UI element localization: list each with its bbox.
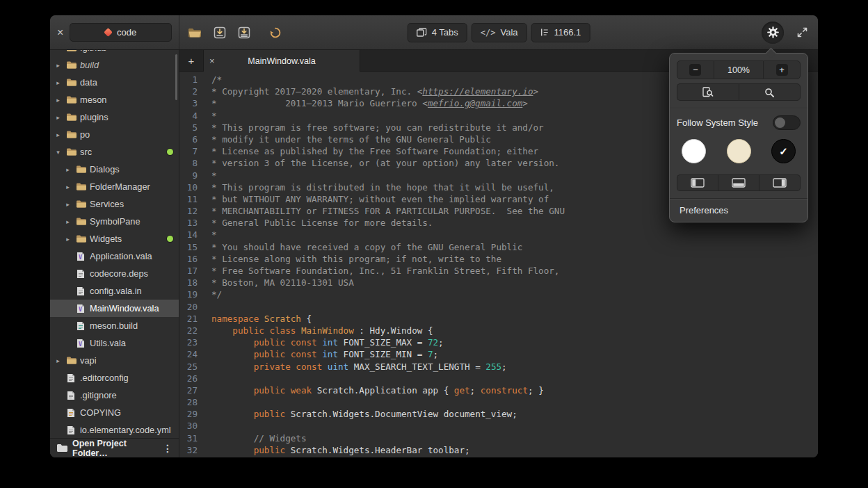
expander-icon[interactable]: ▸ — [54, 97, 62, 104]
tree-item-application-vala[interactable]: VApplication.vala — [50, 247, 179, 265]
layout-sidebar-left-button[interactable] — [677, 174, 718, 191]
open-project-folder-button[interactable]: Open Project Folder… ⋮ — [50, 438, 179, 457]
code-line[interactable]: 27 public weak Scratch.Application app {… — [179, 384, 818, 396]
tree-item-copying[interactable]: COPYING — [50, 404, 179, 421]
code-line[interactable]: 23 public const int FONT_SIZE_MAX = 72; — [179, 336, 818, 348]
tree-item--editorconfig[interactable]: .editorconfig — [50, 369, 179, 387]
window-close-button[interactable]: × — [57, 27, 63, 38]
code-line[interactable]: 30 — [179, 420, 818, 432]
code-line[interactable]: 17* Free Software Foundation, Inc., 51 F… — [179, 265, 818, 277]
tree-item-codecore-deps[interactable]: codecore.deps — [50, 265, 179, 282]
settings-menu-button[interactable] — [762, 22, 784, 44]
code-line[interactable]: 25 private const uint MAX_SEARCH_TEXT_LE… — [179, 361, 818, 373]
line-number: 14 — [179, 229, 205, 241]
expander-icon[interactable]: ▸ — [54, 114, 62, 121]
code-line[interactable]: 15* You should have received a copy of t… — [179, 241, 818, 253]
expander-icon[interactable]: ▸ — [54, 79, 62, 86]
line-number: 1 — [179, 74, 205, 86]
tree-item-dialogs[interactable]: ▸Dialogs — [50, 161, 179, 178]
line-column-icon — [540, 28, 549, 37]
expander-icon[interactable]: ▸ — [54, 131, 62, 138]
code-line[interactable]: 18* Boston, MA 02110-1301 USA — [179, 277, 818, 288]
headerbar[interactable]: × code — [50, 15, 818, 50]
expander-icon[interactable]: ▾ — [54, 149, 62, 156]
code-line[interactable]: 22 public class MainWindow : Hdy.Window … — [179, 325, 818, 336]
vcs-modified-badge — [167, 149, 173, 155]
tree-item-meson-build[interactable]: meson.build — [50, 317, 179, 334]
tree-item-data[interactable]: ▸data — [50, 74, 179, 91]
tree-item-po[interactable]: ▸po — [50, 126, 179, 143]
open-folder-icon[interactable] — [188, 27, 202, 38]
find-button[interactable] — [739, 83, 801, 101]
line-number: 31 — [179, 432, 205, 444]
expander-icon[interactable]: ▸ — [54, 50, 62, 51]
expander-icon[interactable]: ▸ — [64, 218, 72, 225]
line-number: 3 — [179, 97, 205, 109]
code-line[interactable]: 29 public Scratch.Widgets.DocumentView d… — [179, 408, 818, 420]
find-in-page-button[interactable] — [677, 83, 739, 101]
tree-item-vapi[interactable]: ▸vapi — [50, 352, 179, 369]
style-option-dark[interactable]: ✓ — [771, 139, 796, 163]
style-option-light[interactable] — [682, 139, 706, 163]
line-number: 28 — [179, 396, 205, 408]
goto-line-button[interactable]: 1166.1 — [531, 23, 590, 42]
code-text: // Widgets — [205, 432, 307, 444]
code-line[interactable]: 19*/ — [179, 288, 818, 300]
sidebar-menu-icon[interactable]: ⋮ — [163, 443, 172, 454]
layout-bottom-panel-button[interactable] — [718, 174, 760, 191]
expander-icon[interactable]: ▸ — [64, 236, 72, 243]
language-mode-button[interactable]: </> Vala — [472, 23, 527, 42]
tree-item--github[interactable]: ▸.github — [50, 50, 179, 56]
build-file-icon — [75, 320, 86, 332]
code-line[interactable]: 26 — [179, 373, 818, 384]
code-line[interactable]: 16* License along with this program; if … — [179, 253, 818, 265]
save-icon[interactable] — [214, 26, 226, 39]
tree-item-foldermanager[interactable]: ▸FolderManager — [50, 178, 179, 195]
zoom-out-icon: − — [689, 64, 701, 76]
code-line[interactable]: 31 // Widgets — [179, 432, 818, 444]
code-line[interactable]: 21namespace Scratch { — [179, 313, 818, 325]
tree-item-label: po — [80, 129, 173, 140]
expander-icon[interactable]: ▸ — [64, 166, 72, 173]
expander-icon[interactable]: ▸ — [64, 184, 72, 190]
save-as-icon[interactable] — [238, 26, 250, 39]
tree-item-symbolpane[interactable]: ▸SymbolPane — [50, 213, 179, 230]
tree-item-src[interactable]: ▾src — [50, 143, 179, 161]
sidebar-scrollbar[interactable] — [175, 54, 177, 100]
tree-item-services[interactable]: ▸Services — [50, 195, 179, 213]
follow-system-style-toggle[interactable] — [773, 115, 801, 130]
fullscreen-icon[interactable] — [796, 26, 808, 38]
preferences-menu-item[interactable]: Preferences — [670, 199, 807, 222]
tree-item-io-elementary-code-yml[interactable]: io.elementary.code.yml — [50, 421, 179, 438]
zoom-out-button[interactable]: − — [677, 60, 714, 79]
project-chooser-button[interactable]: code — [70, 23, 172, 42]
zoom-level[interactable]: 100% — [714, 60, 763, 79]
tab-close-icon[interactable]: × — [209, 56, 220, 66]
tree-item-meson[interactable]: ▸meson — [50, 91, 179, 108]
expander-icon[interactable]: ▸ — [54, 62, 62, 69]
tree-item-utils-vala[interactable]: VUtils.vala — [50, 334, 179, 352]
tree-item-widgets[interactable]: ▸Widgets — [50, 230, 179, 247]
tab-mainwindow-vala[interactable]: × MainWindow.vala — [203, 50, 360, 72]
tree-item-plugins[interactable]: ▸plugins — [50, 108, 179, 126]
tree-item-config-vala-in[interactable]: config.vala.in — [50, 282, 179, 300]
code-line[interactable]: 28 — [179, 396, 818, 408]
history-restore-icon[interactable] — [269, 26, 282, 39]
code-line[interactable]: 33 private Gtk.Revealer search_revealer; — [179, 456, 818, 457]
style-option-sepia[interactable] — [727, 139, 751, 163]
expander-icon[interactable]: ▸ — [64, 201, 72, 208]
code-line[interactable]: 32 public Scratch.Widgets.HeaderBar tool… — [179, 444, 818, 456]
layout-sidebar-right-button[interactable] — [760, 174, 801, 191]
tree-item--gitignore[interactable]: .gitignore — [50, 387, 179, 404]
gear-icon — [766, 26, 780, 39]
line-number: 30 — [179, 420, 205, 432]
code-line[interactable]: 24 public const int FONT_SIZE_MIN = 7; — [179, 348, 818, 360]
zoom-in-button[interactable]: + — [763, 60, 801, 79]
tabs-overview-button[interactable]: 4 Tabs — [408, 23, 467, 42]
code-line[interactable]: 14* — [179, 229, 818, 241]
tree-item-build[interactable]: ▸build — [50, 56, 179, 74]
new-tab-button[interactable]: + — [179, 50, 203, 71]
expander-icon[interactable]: ▸ — [54, 357, 62, 364]
code-line[interactable]: 20 — [179, 301, 818, 313]
tree-item-mainwindow-vala[interactable]: VMainWindow.vala — [50, 300, 179, 317]
